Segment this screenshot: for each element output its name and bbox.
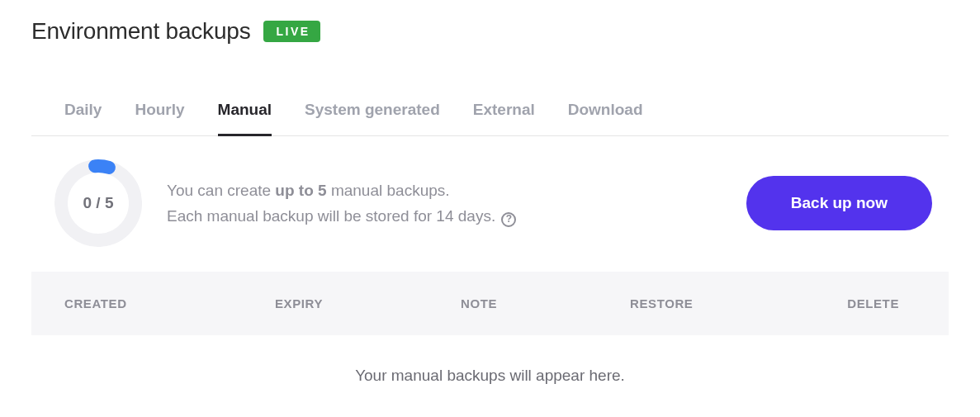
tab-system-generated[interactable]: System generated [305, 101, 440, 136]
col-delete: DELETE [836, 296, 916, 310]
col-expiry: EXPIRY [275, 296, 461, 310]
manual-backup-panel: 0 / 5 You can create up to 5 manual back… [31, 136, 949, 272]
col-note: NOTE [461, 296, 630, 310]
info-line1-suffix: manual backups. [327, 182, 450, 199]
live-badge: LIVE [263, 21, 320, 42]
tab-download[interactable]: Download [568, 101, 643, 136]
tab-hourly[interactable]: Hourly [135, 101, 184, 136]
tab-manual[interactable]: Manual [218, 101, 272, 136]
backup-now-button[interactable]: Back up now [746, 176, 932, 230]
info-line1-prefix: You can create [167, 182, 275, 199]
page-title: Environment backups [31, 18, 250, 45]
backup-info-text: You can create up to 5 manual backups. E… [167, 178, 722, 230]
tab-external[interactable]: External [473, 101, 535, 136]
gauge-label: 0 / 5 [54, 159, 142, 247]
page-header: Environment backups LIVE [31, 18, 949, 45]
info-line1-strong: up to 5 [275, 182, 326, 199]
backup-usage-gauge: 0 / 5 [54, 159, 142, 247]
info-line2: Each manual backup will be stored for 14… [167, 207, 499, 225]
col-restore: RESTORE [630, 296, 836, 310]
col-created: CREATED [64, 296, 275, 310]
tabs: Daily Hourly Manual System generated Ext… [31, 101, 949, 136]
help-icon[interactable]: ? [501, 212, 516, 227]
table-header: CREATED EXPIRY NOTE RESTORE DELETE [31, 272, 949, 335]
tab-daily[interactable]: Daily [64, 101, 102, 136]
empty-state-message: Your manual backups will appear here. [31, 335, 949, 416]
